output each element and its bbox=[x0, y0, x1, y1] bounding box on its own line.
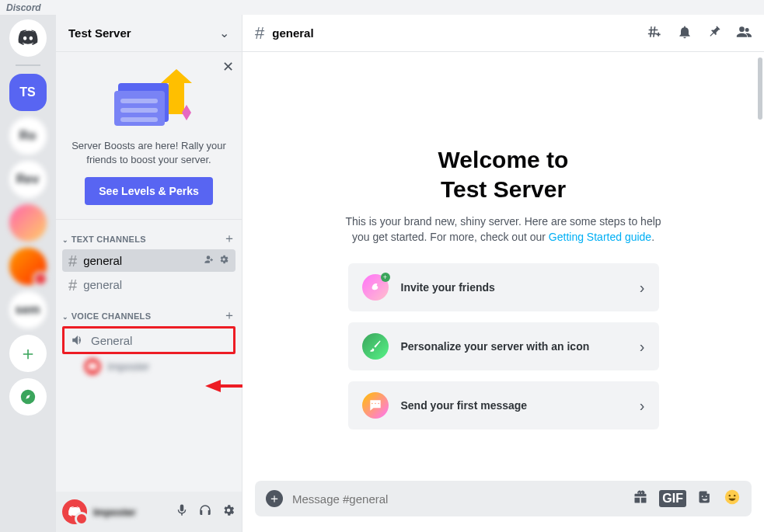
category-text-channels[interactable]: ⌄ TEXT CHANNELS ＋ bbox=[56, 220, 242, 249]
attach-icon[interactable]: ＋ bbox=[266, 490, 283, 507]
chevron-right-icon: › bbox=[640, 338, 645, 356]
user-panel: Imposter bbox=[56, 492, 242, 532]
guild-item[interactable] bbox=[9, 248, 47, 285]
channel-name: General bbox=[91, 334, 132, 347]
category-label: VOICE CHANNELS bbox=[72, 311, 152, 321]
sticker-icon[interactable] bbox=[697, 489, 713, 508]
discord-icon bbox=[17, 27, 39, 49]
brand-label: Discord bbox=[0, 0, 764, 15]
channel-name: general bbox=[83, 254, 122, 267]
hash-icon: # bbox=[255, 23, 264, 43]
text-channel-general[interactable]: # general bbox=[62, 249, 235, 272]
headphones-icon[interactable] bbox=[198, 503, 212, 520]
scrollbar[interactable] bbox=[758, 57, 762, 120]
svg-point-12 bbox=[734, 495, 735, 496]
card-label: Send your first message bbox=[401, 399, 528, 412]
category-voice-channels[interactable]: ⌄ VOICE CHANNELS ＋ bbox=[56, 297, 242, 325]
guild-rail: TS Ro Rev sem ＋ bbox=[0, 15, 56, 532]
welcome-area: Welcome to Test Server This is your bran… bbox=[242, 52, 764, 481]
add-channel-icon[interactable]: ＋ bbox=[223, 308, 235, 324]
voice-user[interactable]: Imposter bbox=[84, 358, 235, 375]
speaker-icon bbox=[71, 333, 85, 347]
threads-icon[interactable] bbox=[647, 24, 663, 43]
guild-home[interactable] bbox=[9, 19, 47, 57]
card-personalize[interactable]: Personalize your server with an icon › bbox=[348, 322, 659, 370]
card-invite-friends[interactable]: + Invite your friends › bbox=[348, 263, 659, 311]
card-first-message[interactable]: Send your first message › bbox=[348, 381, 659, 429]
brush-icon bbox=[368, 339, 383, 354]
svg-rect-4 bbox=[120, 99, 158, 103]
channel-header: # general bbox=[242, 15, 764, 52]
boost-button[interactable]: See Levels & Perks bbox=[85, 177, 212, 205]
rail-divider bbox=[16, 64, 40, 66]
guild-add[interactable]: ＋ bbox=[9, 335, 47, 372]
wave-icon bbox=[368, 280, 383, 295]
bell-icon[interactable] bbox=[677, 24, 692, 43]
username: Imposter bbox=[93, 506, 136, 518]
boost-text-2: friends to boost your server. bbox=[68, 153, 229, 167]
boost-card: ✕ Server Boosts are here! Rally your fri… bbox=[56, 52, 242, 220]
boost-illustration bbox=[68, 68, 229, 130]
server-name: Test Server bbox=[68, 26, 131, 40]
chevron-right-icon: › bbox=[640, 279, 645, 297]
user-avatar[interactable] bbox=[62, 499, 87, 524]
svg-rect-5 bbox=[120, 108, 158, 113]
chevron-right-icon: › bbox=[640, 397, 645, 415]
welcome-title: Welcome to Test Server bbox=[274, 145, 733, 203]
chevron-down-icon: ⌄ bbox=[219, 26, 229, 40]
guild-item[interactable]: Rev bbox=[9, 161, 47, 198]
chat-icon bbox=[368, 398, 383, 413]
text-channel-general-2[interactable]: # general bbox=[62, 273, 235, 296]
getting-started-link[interactable]: Getting Started guide bbox=[549, 231, 651, 243]
category-label: TEXT CHANNELS bbox=[72, 235, 146, 244]
svg-point-10 bbox=[725, 490, 739, 504]
mic-icon[interactable] bbox=[175, 503, 189, 520]
svg-marker-9 bbox=[205, 380, 221, 392]
welcome-description: This is your brand new, shiny server. He… bbox=[333, 214, 675, 245]
guild-item[interactable]: sem bbox=[9, 291, 47, 329]
guild-explore[interactable] bbox=[9, 378, 47, 416]
gift-icon[interactable] bbox=[633, 489, 648, 508]
pin-icon[interactable] bbox=[706, 24, 722, 43]
guild-selected[interactable]: TS bbox=[9, 74, 47, 111]
close-icon[interactable]: ✕ bbox=[222, 58, 234, 75]
channel-name: general bbox=[83, 278, 122, 291]
voice-channel-general[interactable]: General bbox=[62, 326, 235, 354]
invite-icon[interactable] bbox=[203, 254, 214, 267]
channel-title: general bbox=[272, 26, 313, 40]
channel-sidebar: Test Server ⌄ ✕ Server Boosts bbox=[56, 15, 242, 532]
boost-text-1: Server Boosts are here! Rally your bbox=[68, 139, 229, 153]
content-area: # general Welcome to Test Server This is… bbox=[242, 15, 764, 532]
message-input[interactable] bbox=[292, 492, 623, 506]
server-header[interactable]: Test Server ⌄ bbox=[56, 15, 242, 52]
card-label: Personalize your server with an icon bbox=[401, 340, 590, 353]
members-icon[interactable] bbox=[736, 24, 752, 43]
gear-icon[interactable] bbox=[222, 503, 235, 520]
svg-rect-6 bbox=[120, 117, 158, 122]
emoji-icon[interactable] bbox=[724, 489, 741, 509]
compass-icon bbox=[19, 388, 37, 405]
guild-item[interactable] bbox=[9, 204, 47, 242]
guild-item[interactable]: Ro bbox=[9, 117, 47, 155]
card-label: Invite your friends bbox=[401, 281, 495, 294]
gear-icon[interactable] bbox=[218, 254, 229, 267]
gif-icon[interactable]: GIF bbox=[659, 490, 686, 507]
message-composer: ＋ GIF bbox=[255, 481, 752, 516]
add-channel-icon[interactable]: ＋ bbox=[223, 231, 235, 247]
svg-point-11 bbox=[729, 495, 731, 496]
